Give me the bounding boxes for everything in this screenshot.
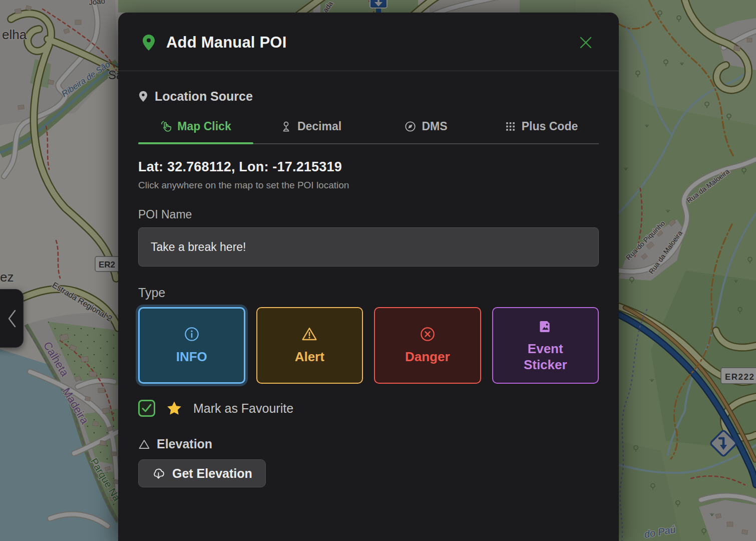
alert-triangle-icon <box>301 326 317 342</box>
type-card-info[interactable]: INFO <box>138 307 245 384</box>
close-icon <box>577 34 595 52</box>
type-card-event-sticker[interactable]: Event Sticker <box>492 307 599 384</box>
coordinates-helper-text: Click anywhere on the map to set the POI… <box>138 180 599 191</box>
grid-dots-icon <box>505 121 516 132</box>
location-pin-icon <box>138 90 148 103</box>
type-label: Type <box>138 286 599 300</box>
milestone-icon <box>280 121 292 132</box>
elevation-heading: Elevation <box>138 437 599 451</box>
cloud-download-icon <box>152 467 165 480</box>
tab-map-click[interactable]: Map Click <box>138 117 253 143</box>
pointer-hand-icon <box>160 121 172 132</box>
favourite-checkbox[interactable] <box>138 400 155 417</box>
checkmark-icon <box>141 402 153 414</box>
poi-name-input[interactable] <box>138 227 599 266</box>
favourite-label: Mark as Favourite <box>193 401 293 416</box>
location-source-tabs: Map Click Decimal DMS <box>138 117 599 144</box>
close-button[interactable] <box>575 32 597 54</box>
get-elevation-button[interactable]: Get Elevation <box>138 459 266 487</box>
danger-circle-x-icon <box>420 326 436 342</box>
mountain-triangle-icon <box>138 438 150 450</box>
type-options: INFO Alert Danger <box>138 307 599 384</box>
modal-title: Add Manual POI <box>166 34 286 52</box>
coordinates-display: Lat: 32.768112, Lon: -17.215319 <box>138 159 599 175</box>
add-poi-modal: Add Manual POI Location Source <box>118 13 619 541</box>
tab-dms[interactable]: DMS <box>368 117 484 143</box>
location-source-heading: Location Source <box>138 89 599 104</box>
modal-header: Add Manual POI <box>118 13 619 71</box>
sidebar-collapse-toggle[interactable] <box>0 289 24 348</box>
type-card-alert[interactable]: Alert <box>256 307 363 384</box>
type-card-danger[interactable]: Danger <box>374 307 481 384</box>
star-icon <box>166 400 182 416</box>
poi-name-label: POI Name <box>138 208 599 221</box>
info-icon <box>184 326 200 342</box>
favourite-row: Mark as Favourite <box>138 400 599 417</box>
map-pin-icon <box>141 34 156 52</box>
compass-icon <box>405 121 416 132</box>
tab-decimal[interactable]: Decimal <box>253 117 368 143</box>
image-sticker-icon <box>537 318 553 334</box>
tab-plus-code[interactable]: Plus Code <box>484 117 599 143</box>
chevron-left-icon <box>7 308 17 330</box>
